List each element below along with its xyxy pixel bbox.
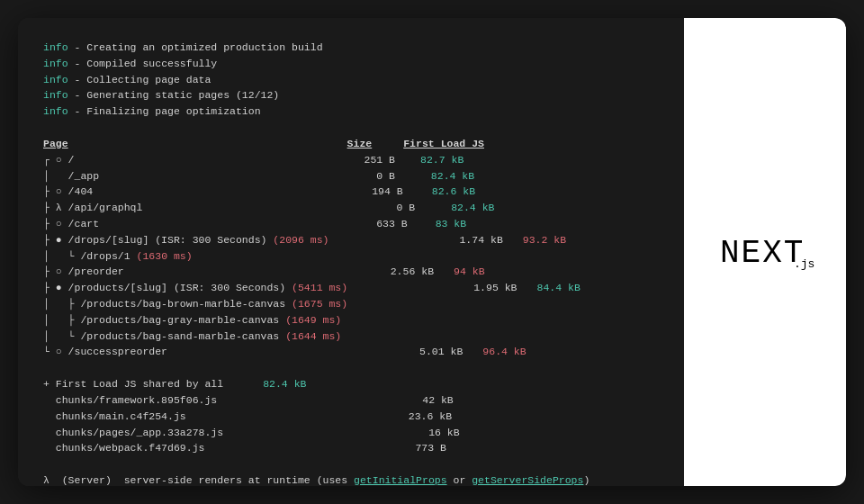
nextjs-logo-svg: NEXT .js xyxy=(716,228,814,273)
info-keyword: info xyxy=(43,105,68,117)
table-row-404: ├ ○ /404194 B82.6 kB xyxy=(43,184,659,200)
table-row-products-slug: ├ ● /products/[slug] (ISR: 300 Seconds) … xyxy=(43,280,659,296)
table-row-drops-slug: ├ ● /drops/[slug] (ISR: 300 Seconds) (20… xyxy=(43,232,659,248)
terminal-panel: info - Creating an optimized production … xyxy=(18,18,684,486)
chunk-framework: chunks/framework.895f06.js42 kB xyxy=(43,392,659,409)
table-row-bag-gray: │ ├ /products/bag-gray-marble-canvas (16… xyxy=(43,312,659,328)
chunk-main: chunks/main.c4f254.js23.6 kB xyxy=(43,409,659,425)
table-row-bag-sand: │ └ /products/bag-sand-marble-canvas (16… xyxy=(43,328,659,345)
info-line-2: info - Compiled successfully xyxy=(43,56,659,72)
info-keyword: info xyxy=(43,89,68,101)
nextjs-logo-panel: NEXT .js xyxy=(684,18,846,486)
info-keyword: info xyxy=(43,58,68,69)
info-line-4: info - Generating static pages (12/12) xyxy=(43,87,659,104)
info-keyword: info xyxy=(43,41,68,53)
nextjs-logo: NEXT .js xyxy=(716,228,814,277)
table-row-bag-brown: │ ├ /products/bag-brown-marble-canvas (1… xyxy=(43,296,659,312)
shared-header: + First Load JS shared by all82.4 kB xyxy=(43,376,659,392)
table-row-drops-1: │ └ /drops/1 (1630 ms) xyxy=(43,248,659,265)
table-row-app: │ /_app0 B82.4 kB xyxy=(43,168,659,184)
chunk-webpack: chunks/webpack.f47d69.js773 B xyxy=(43,440,659,456)
info-line-3: info - Collecting page data xyxy=(43,72,659,88)
chunk-pages-app: chunks/pages/_app.33a278.js16 kB xyxy=(43,425,659,441)
js-logo-text: .js xyxy=(794,257,814,271)
next-logo-text: NEXT xyxy=(720,235,805,272)
info-keyword: info xyxy=(43,74,68,86)
info-line-5: info - Finalizing page optimization xyxy=(43,104,659,120)
table-row-graphql: ├ λ /api/graphql0 B82.4 kB xyxy=(43,200,659,216)
table-header: PageSizeFirst Load JS xyxy=(43,136,659,152)
table-row-root: ┌ ○ /251 B82.7 kB xyxy=(43,152,659,168)
main-container: info - Creating an optimized production … xyxy=(18,18,846,486)
table-row-preorder: ├ ○ /preorder2.56 kB94 kB xyxy=(43,264,659,280)
legend-lambda: λ (Server) server-side renders at runtim… xyxy=(43,472,659,486)
info-line-1: info - Creating an optimized production … xyxy=(43,40,659,56)
table-row-successpreorder: └ ○ /successpreorder5.01 kB96.4 kB xyxy=(43,344,659,360)
table-row-cart: ├ ○ /cart633 B83 kB xyxy=(43,216,659,232)
